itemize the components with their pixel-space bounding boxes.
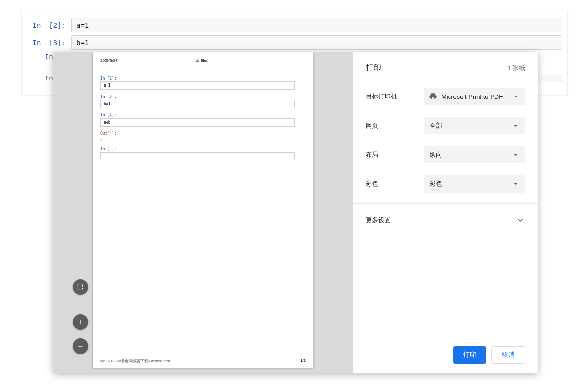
- preview-cell-code: b=1: [100, 100, 295, 108]
- chevron-down-icon: [511, 92, 520, 101]
- preview-title: Untitled: [195, 58, 208, 63]
- preview-date: 2020/6/27: [100, 58, 118, 63]
- pages-select[interactable]: 全部: [424, 117, 525, 134]
- color-label: 彩色: [366, 179, 424, 188]
- preview-cell-code: a+b: [100, 118, 295, 127]
- more-settings-label: 更多设置: [366, 216, 391, 225]
- fit-to-page-button[interactable]: [73, 279, 88, 295]
- preview-cell-code: [100, 152, 295, 159]
- color-select[interactable]: 彩色: [424, 175, 525, 193]
- destination-value: Microsoft Print to PDF: [441, 93, 503, 100]
- chevron-down-icon: [515, 215, 525, 225]
- print-settings-pane: 打印 1 张纸 目标打印机 Microsoft Print to PDF 网页 …: [353, 52, 538, 373]
- zoom-in-button[interactable]: [73, 314, 88, 330]
- preview-page: 2020/6/27 Untitled In [2]: a=1 In [3]: b…: [93, 52, 313, 368]
- cancel-button[interactable]: 取消: [491, 346, 525, 364]
- print-button[interactable]: 打印: [453, 346, 486, 364]
- pages-label: 网页: [366, 121, 424, 130]
- cell-input[interactable]: a=1: [71, 18, 562, 32]
- print-preview-pane: 2020/6/27 Untitled In [2]: a=1 In [3]: b…: [53, 52, 353, 373]
- sheet-count: 1 张纸: [507, 64, 525, 73]
- layout-label: 布局: [366, 150, 424, 159]
- destination-select[interactable]: Microsoft Print to PDF: [424, 88, 525, 105]
- destination-label: 目标打印机: [366, 92, 424, 101]
- zoom-out-button[interactable]: [73, 338, 88, 354]
- preview-filepath: file:///D:/360安全浏览器下载/Untitled.html: [100, 358, 170, 364]
- layout-select[interactable]: 纵向: [424, 146, 525, 163]
- preview-cell-prompt: In [ ]:: [100, 147, 306, 151]
- chevron-down-icon: [511, 150, 520, 159]
- more-settings-toggle[interactable]: 更多设置: [353, 203, 538, 237]
- preview-page-number: 1/1: [300, 358, 306, 364]
- preview-cell-prompt: In [3]:: [100, 95, 306, 99]
- plus-icon: [77, 318, 84, 326]
- chevron-down-icon: [511, 121, 520, 130]
- printer-icon: [429, 92, 437, 101]
- print-dialog: 2020/6/27 Untitled In [2]: a=1 In [3]: b…: [53, 52, 538, 373]
- preview-cell-code: a=1: [100, 81, 295, 90]
- cell-prompt: In [3]:: [27, 39, 71, 47]
- pages-value: 全部: [430, 121, 442, 130]
- print-title: 打印: [366, 63, 381, 73]
- minus-icon: [77, 342, 84, 350]
- cell-prompt: In [2]:: [27, 21, 71, 29]
- preview-cell-prompt: In [2]:: [100, 76, 306, 80]
- preview-out-prompt: Out[4]:: [100, 131, 306, 136]
- cell-input[interactable]: b=1: [71, 35, 562, 50]
- preview-cell-prompt: In [4]:: [100, 113, 306, 117]
- fullscreen-icon: [77, 283, 84, 291]
- color-value: 彩色: [430, 179, 442, 188]
- preview-out-value: 2: [100, 138, 306, 142]
- layout-value: 纵向: [430, 150, 442, 159]
- chevron-down-icon: [511, 179, 520, 188]
